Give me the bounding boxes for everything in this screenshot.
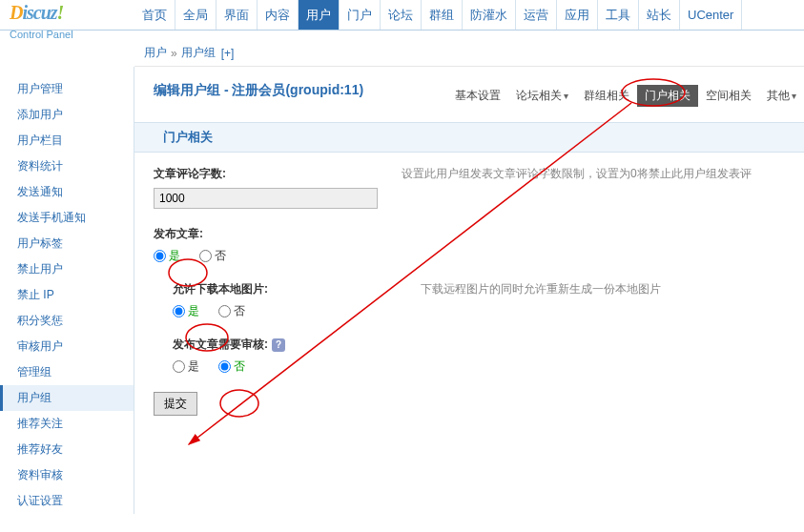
radio-publish-yes[interactable]: 是 [154,248,180,264]
chevron-down-icon: ▾ [564,91,568,101]
radio-download-yes[interactable]: 是 [173,303,199,319]
logo-subtitle: Control Panel [0,29,804,40]
sidebar-item-7[interactable]: 禁止用户 [0,256,134,282]
sidebar-item-11[interactable]: 管理组 [0,359,134,385]
sidebar-item-0[interactable]: 用户管理 [0,76,134,102]
radio-review-no[interactable]: 否 [218,358,245,375]
sidebar-item-2[interactable]: 用户栏目 [0,128,134,153]
nav-首页[interactable]: 首页 [134,0,175,30]
radio-download-no[interactable]: 否 [218,303,245,319]
nav-全局[interactable]: 全局 [175,0,216,30]
sidebar: 用户管理添加用户用户栏目资料统计发送通知发送手机通知用户标签禁止用户禁止 IP积… [0,67,134,514]
radio-review-yes[interactable]: 是 [173,358,199,375]
submit-button[interactable]: 提交 [154,392,197,416]
page-title: 编辑用户组 - 注册会员(groupid:11) [154,82,363,99]
nav-运营[interactable]: 运营 [516,0,557,30]
tab-论坛相关[interactable]: 论坛相关▾ [508,85,576,107]
field-publish: 发布文章: 是 否 [154,226,804,264]
section-title: 门户相关 [134,122,804,153]
breadcrumb-add[interactable]: [+] [221,47,235,60]
sidebar-item-8[interactable]: 禁止 IP [0,282,134,308]
sidebar-item-15[interactable]: 资料审核 [0,462,134,488]
hint-download-local: 下载远程图片的同时允许重新生成一份本地图片 [421,281,804,319]
sidebar-item-10[interactable]: 审核用户 [0,334,134,359]
input-comment-chars[interactable] [154,188,378,209]
tab-其他[interactable]: 其他▾ [759,85,804,107]
nav-UCenter[interactable]: UCenter [680,0,742,30]
sidebar-item-14[interactable]: 推荐好友 [0,437,134,462]
sidebar-item-4[interactable]: 发送通知 [0,179,134,205]
nav-群组[interactable]: 群组 [422,0,463,30]
hint-comment-chars: 设置此用户组发表文章评论字数限制，设置为0将禁止此用户组发表评 [402,166,804,209]
tab-群组相关[interactable]: 群组相关 [576,85,637,107]
sidebar-item-3[interactable]: 资料统计 [0,153,134,179]
nav-论坛[interactable]: 论坛 [381,0,422,30]
chevron-down-icon: ▾ [792,91,796,101]
tab-基本设置[interactable]: 基本设置 [447,85,508,107]
sidebar-item-16[interactable]: 认证设置 [0,488,134,514]
sidebar-item-9[interactable]: 积分奖惩 [0,308,134,334]
field-download-local: 允许下载本地图片: 是 否 下载远程图片的同时允许重新生成一份本地图片 [154,281,804,319]
breadcrumb-user[interactable]: 用户 [144,45,167,61]
logo: Discuz! [0,0,134,30]
label-need-review: 发布文章需要审核:? [173,337,421,353]
sidebar-item-5[interactable]: 发送手机通知 [0,205,134,231]
field-comment-chars: 文章评论字数: 设置此用户组发表文章评论字数限制，设置为0将禁止此用户组发表评 [154,166,804,209]
nav-门户[interactable]: 门户 [340,0,381,30]
label-comment-chars: 文章评论字数: [154,166,402,182]
tab-空间相关[interactable]: 空间相关 [698,85,759,107]
sidebar-item-12[interactable]: 用户组 [0,385,134,411]
sidebar-item-1[interactable]: 添加用户 [0,102,134,128]
nav-应用[interactable]: 应用 [557,0,598,30]
top-nav: 首页全局界面内容用户门户论坛群组防灌水运营应用工具站长UCenter [134,0,804,30]
nav-内容[interactable]: 内容 [258,0,299,30]
sidebar-item-13[interactable]: 推荐关注 [0,411,134,437]
sidebar-item-6[interactable]: 用户标签 [0,231,134,256]
field-need-review: 发布文章需要审核:? 是 否 [154,337,804,375]
main-content: 编辑用户组 - 注册会员(groupid:11) 基本设置论坛相关▾群组相关门户… [134,67,804,514]
nav-界面[interactable]: 界面 [216,0,258,30]
radio-publish-no[interactable]: 否 [199,248,226,264]
breadcrumb-usergroup[interactable]: 用户组 [181,45,216,61]
nav-站长[interactable]: 站长 [639,0,680,30]
nav-工具[interactable]: 工具 [598,0,639,30]
tab-门户相关[interactable]: 门户相关 [637,85,698,107]
label-download-local: 允许下载本地图片: [173,281,421,297]
help-icon[interactable]: ? [272,338,285,352]
nav-防灌水[interactable]: 防灌水 [463,0,516,30]
label-publish: 发布文章: [154,226,402,242]
nav-用户[interactable]: 用户 [299,0,340,30]
tabs: 基本设置论坛相关▾群组相关门户相关空间相关其他▾ [447,85,804,107]
breadcrumb: 用户 » 用户组 [+] [134,40,804,67]
